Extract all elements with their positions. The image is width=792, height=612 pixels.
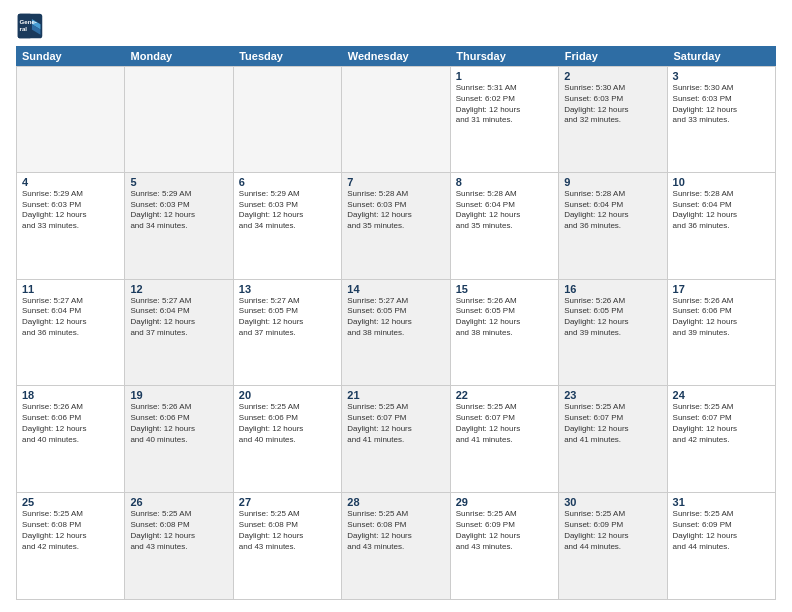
day-info: Sunrise: 5:29 AM Sunset: 6:03 PM Dayligh…	[239, 189, 336, 232]
day-info: Sunrise: 5:25 AM Sunset: 6:09 PM Dayligh…	[456, 509, 553, 552]
day-number: 28	[347, 496, 444, 508]
day-info: Sunrise: 5:26 AM Sunset: 6:06 PM Dayligh…	[22, 402, 119, 445]
calendar-cell-day-11: 11Sunrise: 5:27 AM Sunset: 6:04 PM Dayli…	[17, 280, 125, 387]
calendar-cell-day-9: 9Sunrise: 5:28 AM Sunset: 6:04 PM Daylig…	[559, 173, 667, 280]
day-info: Sunrise: 5:29 AM Sunset: 6:03 PM Dayligh…	[130, 189, 227, 232]
day-info: Sunrise: 5:27 AM Sunset: 6:04 PM Dayligh…	[130, 296, 227, 339]
day-info: Sunrise: 5:28 AM Sunset: 6:04 PM Dayligh…	[564, 189, 661, 232]
calendar-cell-day-7: 7Sunrise: 5:28 AM Sunset: 6:03 PM Daylig…	[342, 173, 450, 280]
calendar-cell-day-1: 1Sunrise: 5:31 AM Sunset: 6:02 PM Daylig…	[451, 66, 559, 173]
calendar-row-2: 4Sunrise: 5:29 AM Sunset: 6:03 PM Daylig…	[16, 173, 776, 280]
day-info: Sunrise: 5:28 AM Sunset: 6:03 PM Dayligh…	[347, 189, 444, 232]
day-info: Sunrise: 5:31 AM Sunset: 6:02 PM Dayligh…	[456, 83, 553, 126]
day-info: Sunrise: 5:27 AM Sunset: 6:04 PM Dayligh…	[22, 296, 119, 339]
day-info: Sunrise: 5:25 AM Sunset: 6:07 PM Dayligh…	[673, 402, 770, 445]
calendar-row-1: 1Sunrise: 5:31 AM Sunset: 6:02 PM Daylig…	[16, 66, 776, 173]
day-number: 22	[456, 389, 553, 401]
calendar-cell-day-4: 4Sunrise: 5:29 AM Sunset: 6:03 PM Daylig…	[17, 173, 125, 280]
day-info: Sunrise: 5:26 AM Sunset: 6:06 PM Dayligh…	[130, 402, 227, 445]
svg-text:Gene-: Gene-	[20, 18, 37, 25]
calendar-cell-empty	[17, 66, 125, 173]
weekday-header-thursday: Thursday	[450, 46, 559, 66]
page: Gene- ral SundayMondayTuesdayWednesdayTh…	[0, 0, 792, 612]
calendar-cell-day-2: 2Sunrise: 5:30 AM Sunset: 6:03 PM Daylig…	[559, 66, 667, 173]
day-info: Sunrise: 5:25 AM Sunset: 6:08 PM Dayligh…	[130, 509, 227, 552]
calendar-cell-day-25: 25Sunrise: 5:25 AM Sunset: 6:08 PM Dayli…	[17, 493, 125, 600]
logo: Gene- ral	[16, 12, 48, 40]
day-number: 9	[564, 176, 661, 188]
calendar-cell-day-8: 8Sunrise: 5:28 AM Sunset: 6:04 PM Daylig…	[451, 173, 559, 280]
day-info: Sunrise: 5:28 AM Sunset: 6:04 PM Dayligh…	[673, 189, 770, 232]
day-number: 29	[456, 496, 553, 508]
calendar-cell-day-13: 13Sunrise: 5:27 AM Sunset: 6:05 PM Dayli…	[234, 280, 342, 387]
weekday-header-tuesday: Tuesday	[233, 46, 342, 66]
day-number: 4	[22, 176, 119, 188]
day-number: 11	[22, 283, 119, 295]
day-number: 8	[456, 176, 553, 188]
calendar-row-5: 25Sunrise: 5:25 AM Sunset: 6:08 PM Dayli…	[16, 493, 776, 600]
day-info: Sunrise: 5:25 AM Sunset: 6:08 PM Dayligh…	[347, 509, 444, 552]
day-info: Sunrise: 5:30 AM Sunset: 6:03 PM Dayligh…	[673, 83, 770, 126]
calendar-cell-empty	[125, 66, 233, 173]
calendar-cell-empty	[342, 66, 450, 173]
day-info: Sunrise: 5:25 AM Sunset: 6:09 PM Dayligh…	[564, 509, 661, 552]
day-number: 14	[347, 283, 444, 295]
day-number: 20	[239, 389, 336, 401]
day-number: 25	[22, 496, 119, 508]
calendar-cell-day-29: 29Sunrise: 5:25 AM Sunset: 6:09 PM Dayli…	[451, 493, 559, 600]
day-number: 17	[673, 283, 770, 295]
calendar-row-4: 18Sunrise: 5:26 AM Sunset: 6:06 PM Dayli…	[16, 386, 776, 493]
day-number: 3	[673, 70, 770, 82]
day-info: Sunrise: 5:26 AM Sunset: 6:05 PM Dayligh…	[456, 296, 553, 339]
day-number: 5	[130, 176, 227, 188]
weekday-header-saturday: Saturday	[667, 46, 776, 66]
day-info: Sunrise: 5:25 AM Sunset: 6:08 PM Dayligh…	[22, 509, 119, 552]
calendar-body: 1Sunrise: 5:31 AM Sunset: 6:02 PM Daylig…	[16, 66, 776, 600]
day-number: 30	[564, 496, 661, 508]
calendar-cell-day-21: 21Sunrise: 5:25 AM Sunset: 6:07 PM Dayli…	[342, 386, 450, 493]
day-number: 23	[564, 389, 661, 401]
day-number: 10	[673, 176, 770, 188]
day-info: Sunrise: 5:25 AM Sunset: 6:07 PM Dayligh…	[564, 402, 661, 445]
day-number: 15	[456, 283, 553, 295]
day-number: 13	[239, 283, 336, 295]
svg-text:ral: ral	[20, 25, 28, 32]
calendar-cell-day-31: 31Sunrise: 5:25 AM Sunset: 6:09 PM Dayli…	[668, 493, 776, 600]
calendar-cell-day-6: 6Sunrise: 5:29 AM Sunset: 6:03 PM Daylig…	[234, 173, 342, 280]
day-number: 19	[130, 389, 227, 401]
weekday-header-sunday: Sunday	[16, 46, 125, 66]
calendar-cell-day-23: 23Sunrise: 5:25 AM Sunset: 6:07 PM Dayli…	[559, 386, 667, 493]
day-info: Sunrise: 5:25 AM Sunset: 6:06 PM Dayligh…	[239, 402, 336, 445]
day-info: Sunrise: 5:25 AM Sunset: 6:08 PM Dayligh…	[239, 509, 336, 552]
day-info: Sunrise: 5:26 AM Sunset: 6:06 PM Dayligh…	[673, 296, 770, 339]
calendar-cell-day-3: 3Sunrise: 5:30 AM Sunset: 6:03 PM Daylig…	[668, 66, 776, 173]
day-number: 7	[347, 176, 444, 188]
calendar-cell-day-20: 20Sunrise: 5:25 AM Sunset: 6:06 PM Dayli…	[234, 386, 342, 493]
day-info: Sunrise: 5:27 AM Sunset: 6:05 PM Dayligh…	[239, 296, 336, 339]
day-info: Sunrise: 5:29 AM Sunset: 6:03 PM Dayligh…	[22, 189, 119, 232]
day-number: 2	[564, 70, 661, 82]
calendar-cell-day-5: 5Sunrise: 5:29 AM Sunset: 6:03 PM Daylig…	[125, 173, 233, 280]
logo-icon: Gene- ral	[16, 12, 44, 40]
weekday-header-friday: Friday	[559, 46, 668, 66]
calendar-cell-day-16: 16Sunrise: 5:26 AM Sunset: 6:05 PM Dayli…	[559, 280, 667, 387]
day-info: Sunrise: 5:25 AM Sunset: 6:07 PM Dayligh…	[456, 402, 553, 445]
calendar: SundayMondayTuesdayWednesdayThursdayFrid…	[16, 46, 776, 600]
calendar-cell-day-18: 18Sunrise: 5:26 AM Sunset: 6:06 PM Dayli…	[17, 386, 125, 493]
calendar-cell-day-22: 22Sunrise: 5:25 AM Sunset: 6:07 PM Dayli…	[451, 386, 559, 493]
calendar-cell-empty	[234, 66, 342, 173]
day-info: Sunrise: 5:25 AM Sunset: 6:07 PM Dayligh…	[347, 402, 444, 445]
day-number: 1	[456, 70, 553, 82]
weekday-header-monday: Monday	[125, 46, 234, 66]
calendar-cell-day-19: 19Sunrise: 5:26 AM Sunset: 6:06 PM Dayli…	[125, 386, 233, 493]
day-info: Sunrise: 5:28 AM Sunset: 6:04 PM Dayligh…	[456, 189, 553, 232]
day-number: 18	[22, 389, 119, 401]
day-info: Sunrise: 5:30 AM Sunset: 6:03 PM Dayligh…	[564, 83, 661, 126]
day-number: 6	[239, 176, 336, 188]
calendar-cell-day-24: 24Sunrise: 5:25 AM Sunset: 6:07 PM Dayli…	[668, 386, 776, 493]
calendar-cell-day-15: 15Sunrise: 5:26 AM Sunset: 6:05 PM Dayli…	[451, 280, 559, 387]
day-number: 26	[130, 496, 227, 508]
calendar-header: SundayMondayTuesdayWednesdayThursdayFrid…	[16, 46, 776, 66]
calendar-cell-day-10: 10Sunrise: 5:28 AM Sunset: 6:04 PM Dayli…	[668, 173, 776, 280]
day-info: Sunrise: 5:26 AM Sunset: 6:05 PM Dayligh…	[564, 296, 661, 339]
